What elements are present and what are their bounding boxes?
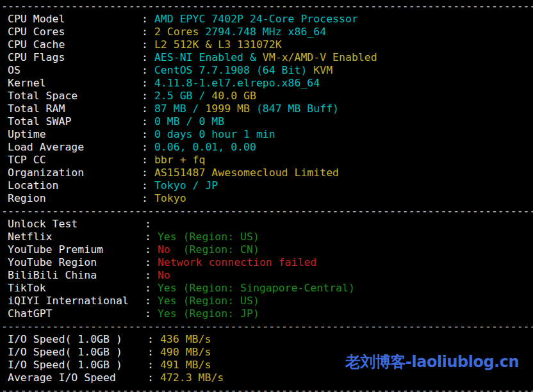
colon: : — [142, 77, 148, 89]
row-chatgpt: ChatGPT:Yes (Region: JP) — [0, 307, 533, 320]
row-organization: Organization:AS151487 Awesomecloud Limit… — [0, 167, 533, 179]
row-value: 0.06, 0.01, 0.00 — [148, 141, 256, 153]
row-value: 490 MB/s — [154, 346, 211, 358]
value-segment: 1999 MB — [205, 102, 250, 115]
value-segment: No — [158, 243, 170, 256]
row-label: YouTube Region — [8, 256, 145, 269]
row-unlock-test: Unlock Test: — [0, 218, 533, 231]
row-uptime: Uptime:0 days 0 hour 1 min — [0, 128, 533, 141]
terminal-output[interactable]: ----------------------------------------… — [0, 0, 533, 392]
row-value: AMD EPYC 7402P 24-Core Processor — [148, 13, 358, 25]
value-segment: 87 MB / — [154, 102, 205, 115]
row-value: Yes (Region: US) — [151, 231, 259, 243]
row-value: 87 MB / 1999 MB (847 MB Buff) — [148, 102, 339, 115]
row-value: No (Region: CN) — [151, 243, 259, 256]
colon: : — [142, 141, 148, 153]
row-label: BiliBili China — [8, 269, 145, 282]
row-label: I/O Speed( 1.0GB ) — [8, 346, 147, 359]
value-segment: Tokyo — [154, 192, 186, 204]
row-value: 2.5 GB / 40.0 GB — [148, 90, 256, 102]
row-label: Load Average — [8, 141, 142, 154]
value-segment: 4.11.8-1.el7.elrepo.x86_64 — [154, 77, 320, 89]
row-value — [151, 218, 158, 230]
row-label: Uptime — [8, 128, 142, 141]
value-segment: 2794.748 MHz x86_64 — [199, 26, 326, 38]
row-value: 0 MB / 0 MB — [148, 115, 224, 127]
separator-dashes: ----------------------------------------… — [1, 320, 533, 332]
row-youtube-region: YouTube Region:Network connection failed — [0, 256, 533, 269]
row-label: Total Space — [8, 90, 142, 102]
row-value: Yes (Region: JP) — [151, 307, 259, 320]
row-value: Tokyo / JP — [148, 179, 218, 192]
value-segment: (847 MB Buff) — [250, 102, 339, 115]
row-label: Netflix — [8, 231, 145, 243]
row-label: I/O Speed( 1.0GB ) — [8, 359, 147, 372]
row-label: iQIYI International — [8, 295, 145, 307]
row-location: Location:Tokyo / JP — [0, 179, 533, 192]
value-segment: 40.0 GB — [211, 90, 256, 102]
watermark-laoliublog: 老刘博客-laoliublog.cn — [345, 355, 519, 368]
row-value: L2 512K & L3 131072K — [148, 38, 282, 51]
row-label: ChatGPT — [8, 307, 145, 320]
row-value: 436 MB/s — [154, 333, 211, 345]
separator-dashes: ----------------------------------------… — [1, 384, 533, 392]
row-label: OS — [8, 64, 142, 77]
colon: : — [145, 282, 151, 294]
separator-line: ----------------------------------------… — [0, 320, 533, 333]
colon: : — [142, 192, 148, 204]
value-segment: 490 MB/s — [160, 346, 211, 358]
colon: : — [145, 243, 151, 256]
separator-line: ----------------------------------------… — [0, 205, 533, 218]
row-label: YouTube Premium — [8, 243, 145, 256]
row-label: TCP CC — [8, 154, 142, 167]
row-value: 4.11.8-1.el7.elrepo.x86_64 — [148, 77, 320, 89]
row-average-io-speed: Average I/O Speed:472.3 MB/s — [0, 372, 533, 384]
value-segment: 436 MB/s — [160, 333, 211, 345]
row-label: Average I/O Speed — [8, 372, 147, 384]
value-segment: L2 512K & L3 131072K — [154, 38, 282, 51]
separator-line: ----------------------------------------… — [0, 384, 533, 392]
value-segment: Yes (Region: US) — [158, 295, 259, 307]
row-label: Location — [8, 179, 142, 192]
row-label: Unlock Test — [8, 218, 145, 231]
separator-dashes: ----------------------------------------… — [1, 0, 533, 12]
row-cpu-model: CPU Model:AMD EPYC 7402P 24-Core Process… — [0, 13, 533, 26]
row-value: Yes (Region: US) — [151, 295, 259, 307]
colon: : — [142, 64, 148, 76]
row-cpu-cache: CPU Cache:L2 512K & L3 131072K — [0, 38, 533, 51]
value-segment: 0 days 0 hour 1 min — [154, 128, 275, 140]
colon: : — [142, 90, 148, 102]
row-bilibili-china: BiliBili China:No — [0, 269, 533, 282]
row-value: Network connection failed — [151, 256, 316, 268]
row-value: Yes (Region: Singapore-Central) — [151, 282, 355, 294]
value-segment: Tokyo / JP — [154, 179, 218, 192]
value-segment: No — [158, 269, 170, 281]
row-label: CPU Model — [8, 13, 142, 26]
colon: : — [142, 38, 148, 51]
value-segment: 2.5 GB / — [154, 90, 211, 102]
row-os: OS:CentOS 7.7.1908 (64 Bit) KVM — [0, 64, 533, 77]
row-value: Tokyo — [148, 192, 186, 204]
value-segment: 472.3 MB/s — [160, 372, 224, 384]
row-value: 0 days 0 hour 1 min — [148, 128, 275, 140]
colon: : — [142, 167, 148, 179]
value-segment: KVM — [313, 64, 332, 76]
colon: : — [147, 372, 154, 384]
row-label: Total RAM — [8, 102, 142, 115]
value-segment: 0.06, 0.01, 0.00 — [154, 141, 256, 153]
value-segment: AES-NI Enabled & — [154, 51, 263, 63]
colon: : — [142, 179, 148, 192]
value-segment: VM-x/AMD-V Enabled — [263, 51, 377, 63]
colon: : — [142, 26, 148, 38]
colon: : — [145, 256, 151, 268]
row-total-space: Total Space:2.5 GB / 40.0 GB — [0, 90, 533, 102]
row-label: Kernel — [8, 77, 142, 90]
colon: : — [142, 115, 148, 127]
value-segment: Network connection failed — [158, 256, 316, 268]
colon: : — [147, 333, 154, 345]
value-segment: AS151487 Awesomecloud Limited — [154, 167, 339, 179]
row-kernel: Kernel:4.11.8-1.el7.elrepo.x86_64 — [0, 77, 533, 90]
row-total-swap: Total SWAP:0 MB / 0 MB — [0, 115, 533, 128]
row-label: CPU Cores — [8, 26, 142, 38]
row-value: CentOS 7.7.1908 (64 Bit) KVM — [148, 64, 332, 76]
